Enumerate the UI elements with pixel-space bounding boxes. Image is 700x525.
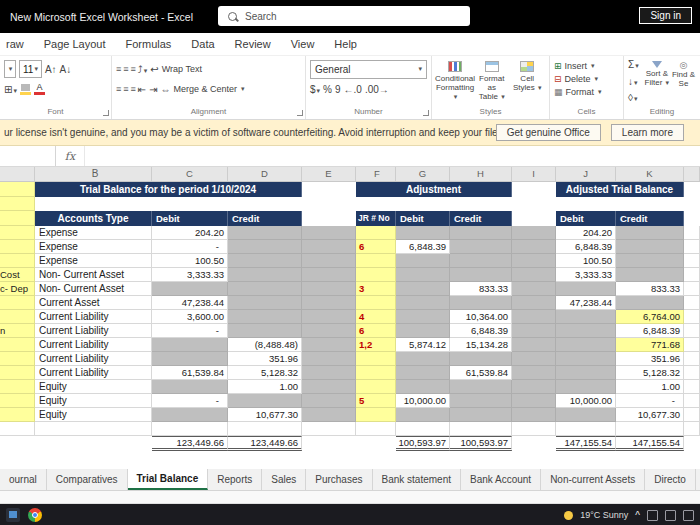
value-cell[interactable] <box>228 226 302 240</box>
atb-credit-total[interactable]: 147,155.54 <box>616 436 684 451</box>
spacer-cell[interactable] <box>512 268 556 282</box>
value-cell[interactable] <box>396 254 450 268</box>
value-cell[interactable] <box>396 408 450 422</box>
spacer-cell[interactable] <box>302 352 356 366</box>
value-cell[interactable]: 10,000.00 <box>396 394 450 408</box>
clear-icon[interactable]: ◊▾ <box>628 92 639 103</box>
cell[interactable] <box>512 182 556 197</box>
value-cell[interactable]: - <box>152 324 228 338</box>
jr-no-cell[interactable] <box>356 366 396 380</box>
tray-expand-icon[interactable]: ^ <box>635 510 640 521</box>
account-type-cell[interactable]: Current Liability <box>35 366 152 380</box>
spacer-cell[interactable] <box>684 408 700 422</box>
conditional-formatting-button[interactable]: Conditional Formatting ▾ <box>436 59 474 106</box>
value-cell[interactable]: 10,364.00 <box>450 310 512 324</box>
cell[interactable] <box>302 422 356 436</box>
cell[interactable] <box>228 422 302 436</box>
cell[interactable] <box>450 422 512 436</box>
value-cell[interactable]: 100.50 <box>152 254 228 268</box>
value-cell[interactable] <box>556 282 616 296</box>
autosum-icon[interactable]: Σ▾ <box>628 59 639 70</box>
adjustment-title[interactable]: Adjustment <box>356 182 512 197</box>
cell[interactable] <box>35 197 700 211</box>
value-cell[interactable] <box>450 268 512 282</box>
jr-no-cell[interactable] <box>356 268 396 282</box>
value-cell[interactable] <box>228 268 302 282</box>
format-as-table-button[interactable]: Format as Table ▾ <box>474 59 510 106</box>
sheet-tab-sales[interactable]: Sales <box>262 469 306 490</box>
sheet-tab-purchases[interactable]: Purchases <box>306 469 372 490</box>
value-cell[interactable]: 3,600.00 <box>152 310 228 324</box>
value-cell[interactable] <box>152 338 228 352</box>
value-cell[interactable] <box>556 408 616 422</box>
cell[interactable] <box>35 436 152 451</box>
row-label-cell[interactable]: c- Dep <box>0 282 35 296</box>
value-cell[interactable] <box>152 352 228 366</box>
get-genuine-office-button[interactable]: Get genuine Office <box>496 124 601 141</box>
value-cell[interactable]: 351.96 <box>616 352 684 366</box>
value-cell[interactable] <box>152 380 228 394</box>
value-cell[interactable] <box>396 296 450 310</box>
tb-debit-header[interactable]: Debit <box>152 211 228 226</box>
spacer-cell[interactable] <box>684 254 700 268</box>
value-cell[interactable] <box>556 338 616 352</box>
ribbon-tab-data[interactable]: Data <box>191 38 214 50</box>
cell-styles-button[interactable]: Cell Styles ▾ <box>510 59 546 106</box>
insert-cells-button[interactable]: ⊞ Insert▾ <box>554 59 619 72</box>
account-type-cell[interactable]: Expense <box>35 240 152 254</box>
column-header-J[interactable]: J <box>556 167 616 181</box>
value-cell[interactable]: 47,238.44 <box>152 296 228 310</box>
spacer-cell[interactable] <box>684 352 700 366</box>
comma-style-icon[interactable]: 9 <box>335 84 341 95</box>
value-cell[interactable]: - <box>152 240 228 254</box>
account-type-cell[interactable]: Non- Current Asset <box>35 268 152 282</box>
spacer-cell[interactable] <box>302 240 356 254</box>
row-label-cell[interactable] <box>0 296 35 310</box>
row-label-cell[interactable] <box>0 394 35 408</box>
value-cell[interactable]: 6,848.39 <box>450 324 512 338</box>
value-cell[interactable] <box>152 282 228 296</box>
value-cell[interactable] <box>228 254 302 268</box>
atb-debit-header[interactable]: Debit <box>556 211 616 226</box>
number-dialog-launcher-icon[interactable] <box>423 110 429 116</box>
borders-icon[interactable]: ⊞▾ <box>4 84 17 95</box>
accounts-type-header[interactable]: Accounts Type <box>35 211 152 226</box>
value-cell[interactable]: 3,333.33 <box>152 268 228 282</box>
value-cell[interactable] <box>450 394 512 408</box>
ribbon-tab-help[interactable]: Help <box>334 38 357 50</box>
tb-debit-total[interactable]: 123,449.66 <box>152 436 228 451</box>
cell[interactable] <box>556 422 616 436</box>
sign-in-button[interactable]: Sign in <box>639 7 692 24</box>
spacer-cell[interactable] <box>684 226 700 240</box>
font-color-icon[interactable]: A <box>34 83 45 95</box>
value-cell[interactable] <box>450 240 512 254</box>
cell[interactable] <box>684 182 700 197</box>
value-cell[interactable] <box>228 240 302 254</box>
value-cell[interactable] <box>396 282 450 296</box>
spacer-cell[interactable] <box>302 296 356 310</box>
jr-no-cell[interactable] <box>356 380 396 394</box>
row-label-cell[interactable] <box>0 366 35 380</box>
weather-widget[interactable]: 19°C Sunny <box>580 510 628 520</box>
spacer-cell[interactable] <box>512 226 556 240</box>
ribbon-tab-page-layout[interactable]: Page Layout <box>44 38 106 50</box>
cell[interactable] <box>0 197 35 211</box>
column-header-D[interactable]: D <box>228 167 302 181</box>
value-cell[interactable]: 204.20 <box>152 226 228 240</box>
value-cell[interactable]: 351.96 <box>228 352 302 366</box>
value-cell[interactable]: 15,134.28 <box>450 338 512 352</box>
value-cell[interactable] <box>616 268 684 282</box>
chrome-icon[interactable] <box>28 508 42 522</box>
spacer-cell[interactable] <box>302 226 356 240</box>
cell[interactable] <box>512 422 556 436</box>
tb-credit-total[interactable]: 123,449.66 <box>228 436 302 451</box>
sheet-tab-trial-balance[interactable]: Trial Balance <box>128 469 209 490</box>
value-cell[interactable] <box>556 380 616 394</box>
ribbon-tab-view[interactable]: View <box>291 38 315 50</box>
decrease-indent-icon[interactable]: ⇤ <box>138 84 146 95</box>
cell[interactable] <box>684 436 700 451</box>
more-sheets-icon[interactable]: ••• <box>696 469 700 490</box>
tray-icon[interactable] <box>683 510 694 521</box>
align-top-icon[interactable]: ≡ <box>116 64 120 74</box>
spacer-cell[interactable] <box>302 394 356 408</box>
